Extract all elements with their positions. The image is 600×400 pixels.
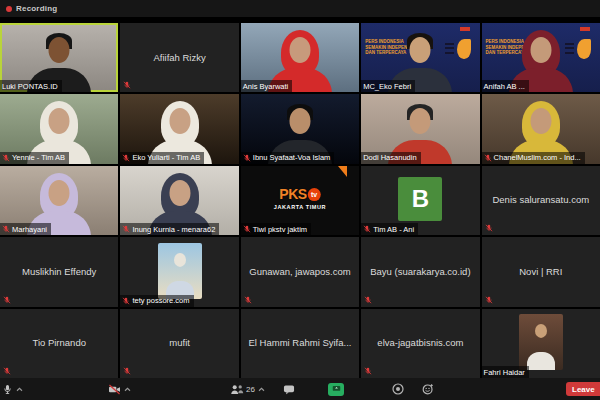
- participant-tile[interactable]: Dodi Hasanudin: [361, 94, 479, 163]
- face-shape: [530, 108, 551, 134]
- pks-logo-subtext: JAKARTA TIMUR: [274, 205, 326, 211]
- face-shape: [410, 108, 431, 134]
- participants-caret-icon[interactable]: [258, 387, 265, 392]
- participant-name: Ibnu Syafaat-Voa Islam: [253, 153, 331, 162]
- participant-name: Dodi Hasanudin: [363, 153, 416, 162]
- participant-tile[interactable]: Tio Pirnando: [0, 309, 118, 378]
- participant-tile[interactable]: Marhayani: [0, 166, 118, 235]
- name-label: Yennie - Tim AB: [0, 152, 69, 164]
- participant-name: Tiwi pkstv jaktim: [253, 225, 307, 234]
- muted-indicator: [364, 296, 372, 304]
- muted-indicator: [3, 296, 11, 304]
- participant-tile[interactable]: PERS INDONESIA SEMAKIN INDEPENDEN DAN TE…: [361, 23, 479, 92]
- participant-name: elva-jagatbisnis.com: [361, 337, 479, 348]
- muted-mic-icon: [484, 154, 492, 162]
- muted-mic-icon: [3, 367, 11, 375]
- chat-button[interactable]: [283, 378, 295, 400]
- share-screen-button[interactable]: [328, 378, 344, 400]
- muted-mic-icon: [244, 296, 252, 304]
- participant-tile[interactable]: Novi | RRI: [482, 237, 600, 306]
- participant-tile[interactable]: Eko Yuliarti - Tim AB: [120, 94, 238, 163]
- participant-tile[interactable]: Bayu (suarakarya.co.id): [361, 237, 479, 306]
- participant-name: ChanelMuslim.com - Ind...: [494, 153, 581, 162]
- mute-button[interactable]: [2, 378, 23, 400]
- muted-mic-icon: [243, 154, 251, 162]
- name-label: tety possore.com: [120, 295, 193, 307]
- pks-tv-badge: tv: [308, 188, 321, 201]
- muted-indicator: [244, 296, 252, 304]
- name-label: Tiwi pkstv jaktim: [241, 223, 311, 235]
- name-label: Anifah AB ...: [482, 80, 529, 92]
- participant-name: Yennie - Tim AB: [12, 153, 65, 162]
- participant-tile[interactable]: Muslikhin Effendy: [0, 237, 118, 306]
- participant-name: Muslikhin Effendy: [0, 266, 118, 277]
- participant-name: El Hammi Rahmi Syifa...: [241, 337, 359, 348]
- muted-indicator: [123, 81, 131, 89]
- participants-button[interactable]: 26: [230, 378, 265, 400]
- face-shape: [530, 37, 551, 63]
- participant-name: MC_Eko Febri: [363, 82, 411, 91]
- participant-tile[interactable]: Luki PONTAS.ID: [0, 23, 118, 92]
- participant-tile[interactable]: BTim AB - Ani: [361, 166, 479, 235]
- toolbar: 26 Leave: [0, 378, 600, 400]
- participant-tile[interactable]: PERS INDONESIA SEMAKIN INDEPENDEN DAN TE…: [482, 23, 600, 92]
- participant-tile[interactable]: Yennie - Tim AB: [0, 94, 118, 163]
- muted-mic-icon: [364, 296, 372, 304]
- video-caret-icon[interactable]: [124, 387, 131, 392]
- participant-name: Anis Byarwati: [243, 82, 288, 91]
- face-shape: [49, 37, 70, 63]
- muted-mic-icon: [122, 154, 130, 162]
- muted-mic-icon: [363, 225, 371, 233]
- muted-mic-icon: [243, 225, 251, 233]
- face-shape: [289, 37, 310, 63]
- muted-indicator: [485, 224, 493, 232]
- muted-mic-icon: [485, 224, 493, 232]
- mic-caret-icon[interactable]: [16, 387, 23, 392]
- participant-tile[interactable]: tety possore.com: [120, 237, 238, 306]
- participant-tile[interactable]: El Hammi Rahmi Syifa...: [241, 309, 359, 378]
- muted-mic-icon: [122, 297, 130, 305]
- video-button[interactable]: [108, 378, 131, 400]
- reactions-icon: [422, 383, 434, 395]
- participant-name: Luki PONTAS.ID: [2, 82, 58, 91]
- muted-mic-icon: [485, 296, 493, 304]
- participant-tile[interactable]: mufit: [120, 309, 238, 378]
- participant-tile[interactable]: Fahri Haidar: [482, 309, 600, 378]
- reactions-button[interactable]: [422, 378, 434, 400]
- video-off-icon: [108, 384, 121, 395]
- participant-tile[interactable]: PKStvJAKARTA TIMURTiwi pkstv jaktim: [241, 166, 359, 235]
- muted-indicator: [123, 367, 131, 375]
- muted-mic-icon: [123, 81, 131, 89]
- participant-tile[interactable]: Afiifah Rizky: [120, 23, 238, 92]
- name-label: MC_Eko Febri: [361, 80, 415, 92]
- muted-mic-icon: [2, 154, 10, 162]
- face-shape: [169, 180, 190, 206]
- mic-icon: [2, 384, 13, 395]
- face-shape: [49, 180, 70, 206]
- share-screen-icon: [328, 383, 344, 396]
- muted-mic-icon: [123, 367, 131, 375]
- face-shape: [410, 37, 431, 63]
- participant-name: Denis saluransatu.com: [482, 194, 600, 205]
- participant-tile[interactable]: Gunawan, jawapos.com: [241, 237, 359, 306]
- participant-tile[interactable]: Inung Kurnia - menara62: [120, 166, 238, 235]
- recording-dot: [6, 6, 12, 12]
- participant-name: Tim AB - Ani: [373, 225, 414, 234]
- participant-tile[interactable]: Anis Byarwati: [241, 23, 359, 92]
- participant-tile[interactable]: Denis saluransatu.com: [482, 166, 600, 235]
- participant-name: Tio Pirnando: [0, 337, 118, 348]
- participant-tile[interactable]: ChanelMuslim.com - Ind...: [482, 94, 600, 163]
- participant-name: Bayu (suarakarya.co.id): [361, 266, 479, 277]
- participant-tile[interactable]: elva-jagatbisnis.com: [361, 309, 479, 378]
- participant-tile[interactable]: Ibnu Syafaat-Voa Islam: [241, 94, 359, 163]
- name-label: Inung Kurnia - menara62: [120, 223, 219, 235]
- participant-name: tety possore.com: [132, 296, 189, 305]
- name-label: ChanelMuslim.com - Ind...: [482, 152, 585, 164]
- record-button[interactable]: [392, 378, 404, 400]
- name-label: Ibnu Syafaat-Voa Islam: [241, 152, 335, 164]
- avatar-face-shape: [174, 253, 186, 267]
- muted-mic-icon: [122, 225, 130, 233]
- muted-indicator: [485, 296, 493, 304]
- leave-button[interactable]: Leave: [566, 382, 600, 396]
- participant-name: Fahri Haidar: [484, 368, 525, 377]
